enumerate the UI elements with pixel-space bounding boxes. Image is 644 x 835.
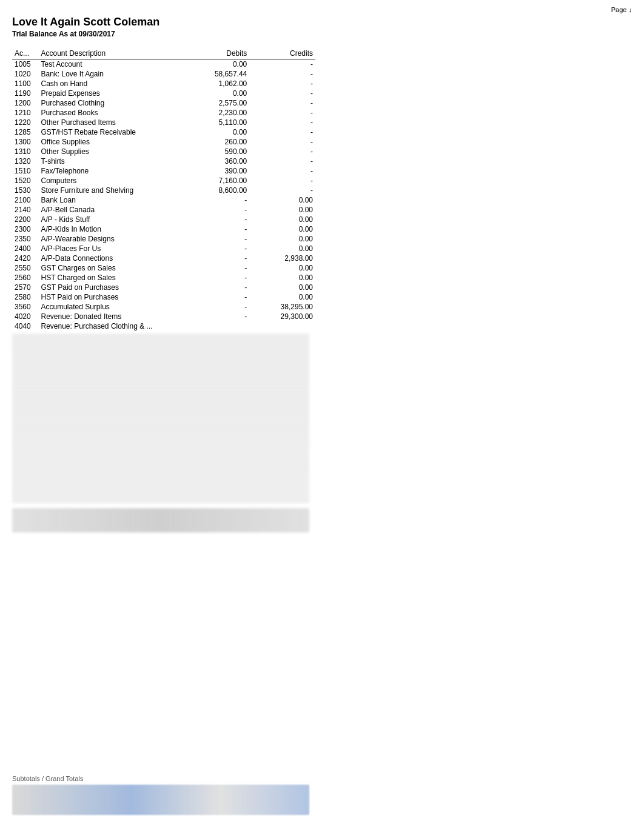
cell-debits: 590.00 [184,147,250,156]
table-row: 2300A/P-Kids In Motion-0.00 [12,224,315,234]
cell-credits: - [249,147,315,156]
cell-credits [249,321,315,331]
table-row: 4020Revenue: Donated Items-29,300.00 [12,312,315,321]
cell-credits: - [249,118,315,127]
cell-ac: 1310 [12,147,38,156]
table-row: 1320T-shirts360.00- [12,156,315,166]
cell-ac: 1530 [12,186,38,195]
cell-credits: - [249,59,315,70]
report-subtitle: Trial Balance As at 09/30/2017 [12,30,632,38]
cell-debits: - [184,224,250,234]
table-row: 1020Bank: Love It Again58,657.44- [12,69,315,79]
cell-description: Fax/Telephone [38,166,183,176]
cell-description: T-shirts [38,156,183,166]
cell-ac: 2140 [12,205,38,215]
cell-ac: 3560 [12,302,38,312]
table-row: 2350A/P-Wearable Designs-0.00 [12,234,315,244]
cell-debits: 8,600.00 [184,186,250,195]
cell-description: A/P-Data Connections [38,253,183,263]
cell-credits: 0.00 [249,273,315,283]
cell-ac: 1100 [12,79,38,89]
table-row: 2550GST Charges on Sales-0.00 [12,263,315,273]
cell-credits: - [249,79,315,89]
cell-description: Other Supplies [38,147,183,156]
cell-credits: - [249,156,315,166]
cell-description: GST Charges on Sales [38,263,183,273]
cell-debits: - [184,234,250,244]
cell-debits: 5,110.00 [184,118,250,127]
cell-credits: 38,295.00 [249,302,315,312]
cell-debits: - [184,312,250,321]
cell-description: Computers [38,176,183,186]
cell-debits: - [184,263,250,273]
table-row: 1300Office Supplies260.00- [12,137,315,147]
table-row: 1100Cash on Hand1,062.00- [12,79,315,89]
header-ac: Ac... [12,48,38,59]
cell-debits: 360.00 [184,156,250,166]
cell-description: A/P - Kids Stuff [38,215,183,224]
table-row: 2580HST Paid on Purchases-0.00 [12,292,315,302]
cell-ac: 1300 [12,137,38,147]
cell-debits: - [184,205,250,215]
cell-debits: - [184,283,250,292]
bottom-bar [12,785,309,815]
cell-ac: 1005 [12,59,38,70]
page-indicator: Page ↓ [12,6,632,13]
cell-debits [184,321,250,331]
cell-description: Test Account [38,59,183,70]
table-row: 2140A/P-Bell Canada-0.00 [12,205,315,215]
cell-debits: 1,062.00 [184,79,250,89]
table-row: 3560Accumulated Surplus-38,295.00 [12,302,315,312]
table-row: 1510Fax/Telephone390.00- [12,166,315,176]
cell-ac: 1320 [12,156,38,166]
cell-credits: 0.00 [249,244,315,253]
table-row: 2420A/P-Data Connections-2,938.00 [12,253,315,263]
cell-credits: 0.00 [249,234,315,244]
cell-description: Accumulated Surplus [38,302,183,312]
cell-description: GST/HST Rebate Receivable [38,127,183,137]
table-row: 2400A/P-Places For Us-0.00 [12,244,315,253]
cell-ac: 2100 [12,195,38,205]
cell-credits: - [249,98,315,108]
table-row: 1310Other Supplies590.00- [12,147,315,156]
cell-debits: 260.00 [184,137,250,147]
cell-credits: 0.00 [249,205,315,215]
table-row: 2100Bank Loan-0.00 [12,195,315,205]
blurred-content [12,334,309,503]
cell-ac: 2300 [12,224,38,234]
cell-ac: 2420 [12,253,38,263]
cell-ac: 1510 [12,166,38,176]
cell-description: A/P-Kids In Motion [38,224,183,234]
cell-ac: 1520 [12,176,38,186]
header-debits: Debits [184,48,250,59]
cell-credits: 2,938.00 [249,253,315,263]
cell-debits: 0.00 [184,127,250,137]
cell-description: A/P-Bell Canada [38,205,183,215]
cell-debits: 2,575.00 [184,98,250,108]
cell-ac: 2580 [12,292,38,302]
cell-debits: - [184,302,250,312]
cell-ac: 2350 [12,234,38,244]
trial-balance-table: Ac... Account Description Debits Credits… [12,48,315,331]
table-row: 2200A/P - Kids Stuff-0.00 [12,215,315,224]
cell-ac: 1285 [12,127,38,137]
cell-description: Purchased Books [38,108,183,118]
cell-ac: 1200 [12,98,38,108]
cell-description: Purchased Clothing [38,98,183,108]
cell-credits: - [249,137,315,147]
cell-credits: 0.00 [249,263,315,273]
cell-credits: 29,300.00 [249,312,315,321]
report-title: Love It Again Scott Coleman [12,16,632,29]
cell-ac: 1210 [12,108,38,118]
table-row: 1210Purchased Books2,230.00- [12,108,315,118]
cell-debits: 2,230.00 [184,108,250,118]
cell-credits: 0.00 [249,215,315,224]
table-row: 1190Prepaid Expenses0.00- [12,89,315,98]
header-credits: Credits [249,48,315,59]
cell-ac: 2400 [12,244,38,253]
cell-credits: - [249,176,315,186]
cell-ac: 1190 [12,89,38,98]
cell-description: A/P-Places For Us [38,244,183,253]
cell-debits: - [184,253,250,263]
cell-credits: 0.00 [249,292,315,302]
